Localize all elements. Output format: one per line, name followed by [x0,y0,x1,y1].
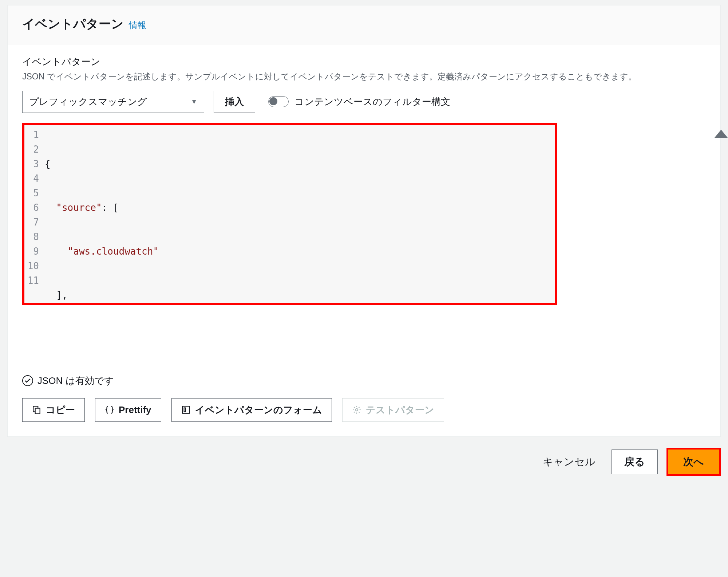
check-circle-icon [22,375,33,386]
gutter-line: 8 [24,229,41,244]
gutter-line: 11 [24,273,41,288]
copy-label: コピー [46,404,75,416]
code-area: { "source": [ "aws.cloudwatch" ], "detai… [45,127,555,305]
gutter-line: 2 [24,142,41,157]
test-pattern-button[interactable]: テストパターン [342,398,444,422]
section-label: イベントパターン [22,55,706,68]
gutter-line: 10 [24,259,41,273]
code-text: { [45,158,51,169]
matching-type-select[interactable]: プレフィックスマッチング ▼ [22,91,204,113]
svg-rect-1 [35,408,40,414]
gutter-line: 9 [24,244,41,259]
code-text: ], [56,290,67,301]
gutter-line: 4 [24,171,41,186]
gutter-line: 6 [24,200,41,215]
wizard-footer: キャンセル 戻る 次へ [0,437,728,476]
chevron-down-icon: ▼ [191,98,197,106]
scroll-up-icon[interactable] [715,130,728,138]
panel-body: イベントパターン JSON でイベントパターンを記述します。サンプルイベントに対… [8,45,720,436]
event-pattern-form-label: イベントパターンのフォーム [195,404,322,416]
prettify-label: Prettify [119,404,151,416]
info-link[interactable]: 情報 [129,19,146,31]
gutter-line: 1 [24,127,41,142]
code-gutter: 1 2 3 4 5 6 7 8 9 10 11 [24,127,41,288]
toggle-knob [269,97,277,105]
code-editor-wrap: 1 2 3 4 5 6 7 8 9 10 11 { "source": [ "a… [22,123,706,387]
gutter-line: 5 [24,186,41,200]
editor-action-row: コピー Prettify イベントパターンのフォーム テストパターン [22,398,706,422]
controls-row: プレフィックスマッチング ▼ 挿入 コンテンツベースのフィルター構文 [22,91,706,113]
copy-button[interactable]: コピー [22,398,85,422]
copy-icon [32,405,41,415]
next-button-highlight: 次へ [666,448,721,476]
gear-icon [352,405,361,415]
panel-header: イベントパターン 情報 [8,5,720,45]
content-filter-toggle[interactable] [268,96,289,107]
section-description: JSON でイベントパターンを記述します。サンプルイベントに対してイベントパター… [22,70,706,83]
next-button[interactable]: 次へ [668,450,719,474]
content-filter-toggle-label: コンテンツベースのフィルター構文 [294,95,450,108]
svg-point-4 [355,409,358,411]
back-button[interactable]: 戻る [612,450,658,474]
gutter-line: 3 [24,157,41,171]
insert-button[interactable]: 挿入 [214,91,255,113]
code-text: "source" [56,202,102,213]
prettify-button[interactable]: Prettify [95,398,161,422]
form-icon [181,405,191,415]
event-pattern-form-button[interactable]: イベントパターンのフォーム [171,398,332,422]
json-valid-text: JSON は有効です [37,374,114,387]
panel-title: イベントパターン [22,16,124,32]
gutter-line: 7 [24,215,41,229]
test-pattern-label: テストパターン [366,404,434,416]
code-text: "aws.cloudwatch" [68,246,159,257]
svg-rect-3 [184,408,185,412]
json-valid-status: JSON は有効です [22,371,706,387]
matching-type-value: プレフィックスマッチング [29,95,147,108]
content-filter-toggle-group: コンテンツベースのフィルター構文 [268,95,450,108]
event-pattern-panel: イベントパターン 情報 イベントパターン JSON でイベントパターンを記述しま… [7,5,721,437]
braces-icon [105,405,114,415]
cancel-button[interactable]: キャンセル [535,450,603,474]
code-editor[interactable]: 1 2 3 4 5 6 7 8 9 10 11 { "source": [ "a… [22,123,557,305]
code-text: : [ [102,202,119,213]
